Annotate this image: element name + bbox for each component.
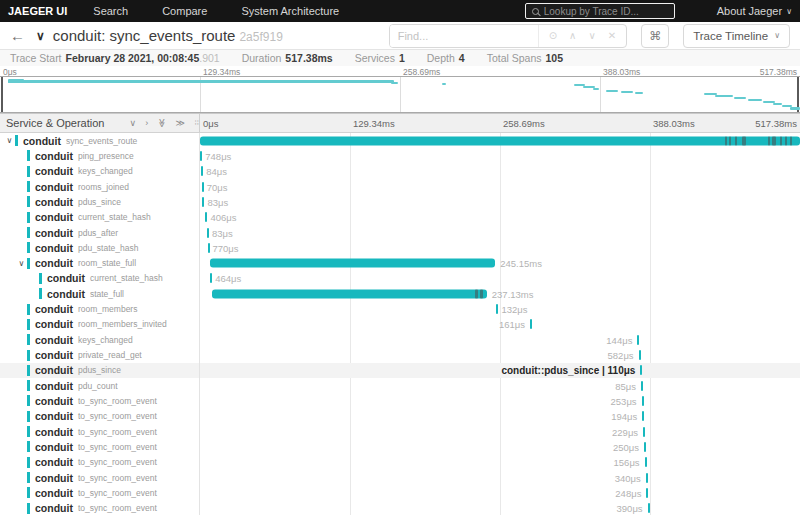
span-row[interactable]: ∨ conduit sync_events_route xyxy=(0,133,800,148)
span-timeline-cell[interactable]: 144μs xyxy=(200,332,800,347)
span-name-cell[interactable]: ∨ conduit to_sync_room_event xyxy=(0,439,200,454)
collapse-all-icon[interactable]: ∨ xyxy=(130,118,137,128)
span-timeline-cell[interactable]: 84μs xyxy=(200,164,800,179)
span-timeline-cell[interactable]: conduit::pdus_since | 110μs xyxy=(200,363,800,378)
span-bar[interactable] xyxy=(645,457,647,467)
span-row[interactable]: ∨ conduit to_sync_room_event 340μs xyxy=(0,470,800,485)
span-row[interactable]: ∨ conduit to_sync_room_event 156μs xyxy=(0,455,800,470)
span-timeline-cell[interactable]: 250μs xyxy=(200,439,800,454)
span-bar[interactable] xyxy=(200,151,202,161)
span-expander-chevron-icon[interactable]: ∨ xyxy=(4,136,15,145)
span-bar[interactable] xyxy=(202,182,204,192)
span-bar[interactable] xyxy=(496,304,498,314)
span-timeline-cell[interactable]: 237.13ms xyxy=(200,286,800,301)
span-name-cell[interactable]: ∨ conduit to_sync_room_event xyxy=(0,409,200,424)
span-bar[interactable] xyxy=(201,166,203,176)
span-name-cell[interactable]: ∨ conduit to_sync_room_event xyxy=(0,455,200,470)
span-timeline-cell[interactable]: 464μs xyxy=(200,271,800,286)
trace-minimap[interactable] xyxy=(0,76,800,113)
chevron-down-icon[interactable]: ∨ xyxy=(588,30,595,41)
span-row[interactable]: ∨ conduit to_sync_room_event 229μs xyxy=(0,424,800,439)
span-row[interactable]: ∨ conduit room_members 132μs xyxy=(0,301,800,316)
span-name-cell[interactable]: ∨ conduit pdus_since xyxy=(0,194,200,209)
span-name-cell[interactable]: ∨ conduit rooms_joined xyxy=(0,179,200,194)
span-bar[interactable] xyxy=(640,365,642,375)
span-name-cell[interactable]: ∨ conduit to_sync_room_event xyxy=(0,485,200,500)
span-bar[interactable] xyxy=(643,427,645,437)
span-row[interactable]: ∨ conduit pdu_state_hash 770μs xyxy=(0,240,800,255)
span-row[interactable]: ∨ conduit to_sync_room_event 248μs xyxy=(0,485,800,500)
match-target-icon[interactable]: ⊙ xyxy=(549,30,557,41)
span-name-cell[interactable]: ∨ conduit room_members_invited xyxy=(0,317,200,332)
trace-id-search[interactable] xyxy=(525,3,675,19)
span-row[interactable]: ∨ conduit state_full 237.13ms xyxy=(0,286,800,301)
span-name-cell[interactable]: ∨ conduit pdus_since xyxy=(0,363,200,378)
span-name-cell[interactable]: ∨ conduit private_read_get xyxy=(0,347,200,362)
span-bar[interactable] xyxy=(202,197,204,207)
span-name-cell[interactable]: ∨ conduit keys_changed xyxy=(0,164,200,179)
span-name-cell[interactable]: ∨ conduit pdus_after xyxy=(0,225,200,240)
span-bar[interactable] xyxy=(530,319,532,329)
app-brand[interactable]: JAEGER UI xyxy=(8,5,67,17)
span-name-cell[interactable]: ∨ conduit state_full xyxy=(0,286,200,301)
span-row[interactable]: ∨ conduit pdus_since 83μs xyxy=(0,194,800,209)
nav-item-search[interactable]: Search xyxy=(93,5,128,17)
span-expander-chevron-icon[interactable]: ∨ xyxy=(16,259,27,268)
span-bar[interactable] xyxy=(207,228,209,238)
span-bar[interactable] xyxy=(208,243,210,253)
span-timeline-cell[interactable]: 245.15ms xyxy=(200,256,800,271)
span-row[interactable]: ∨ conduit private_read_get 582μs xyxy=(0,347,800,362)
span-timeline-cell[interactable]: 770μs xyxy=(200,240,800,255)
span-timeline-cell[interactable]: 229μs xyxy=(200,424,800,439)
span-bar[interactable] xyxy=(637,335,639,345)
collapse-deep-icon[interactable]: ≫ xyxy=(157,118,167,127)
clear-icon[interactable]: ✕ xyxy=(608,30,616,41)
span-row[interactable]: ∨ conduit room_state_full 245.15ms xyxy=(0,256,800,271)
span-timeline-cell[interactable]: 132μs xyxy=(200,301,800,316)
span-name-cell[interactable]: ∨ conduit keys_changed xyxy=(0,332,200,347)
span-timeline-cell[interactable]: 582μs xyxy=(200,347,800,362)
span-name-cell[interactable]: ∨ conduit pdu_state_hash xyxy=(0,240,200,255)
column-resize-grip[interactable]: ⁞⁞ xyxy=(195,118,199,127)
nav-item-system-architecture[interactable]: System Architecture xyxy=(241,5,339,17)
span-timeline-cell[interactable]: 83μs xyxy=(200,194,800,209)
span-timeline-cell[interactable]: 248μs xyxy=(200,485,800,500)
span-row[interactable]: ∨ conduit keys_changed 84μs xyxy=(0,164,800,179)
span-row[interactable]: ∨ conduit to_sync_room_event 253μs xyxy=(0,393,800,408)
span-timeline-cell[interactable]: 70μs xyxy=(200,179,800,194)
span-bar[interactable] xyxy=(646,488,648,498)
expand-all-icon[interactable]: ≫ xyxy=(176,118,185,128)
span-row[interactable]: ∨ conduit to_sync_room_event 250μs xyxy=(0,439,800,454)
span-bar[interactable] xyxy=(642,396,644,406)
span-row[interactable]: ∨ conduit to_sync_room_event 390μs xyxy=(0,501,800,515)
span-row[interactable]: ∨ conduit current_state_hash 406μs xyxy=(0,210,800,225)
back-arrow-icon[interactable]: ← xyxy=(10,27,28,44)
span-name-cell[interactable]: ∨ conduit current_state_hash xyxy=(0,210,200,225)
nav-item-compare[interactable]: Compare xyxy=(162,5,207,17)
span-row[interactable]: ∨ conduit rooms_joined 70μs xyxy=(0,179,800,194)
span-name-cell[interactable]: ∨ conduit ping_presence xyxy=(0,148,200,163)
span-timeline-cell[interactable]: 156μs xyxy=(200,455,800,470)
span-bar[interactable] xyxy=(205,212,207,222)
span-bar[interactable] xyxy=(642,411,644,421)
collapse-trace-chevron-icon[interactable]: ∨ xyxy=(36,29,45,43)
span-timeline-cell[interactable]: 83μs xyxy=(200,225,800,240)
span-timeline-cell[interactable]: 390μs xyxy=(200,501,800,515)
span-timeline-cell[interactable]: 161μs xyxy=(200,317,800,332)
span-bar[interactable] xyxy=(200,136,800,145)
span-name-cell[interactable]: ∨ conduit to_sync_room_event xyxy=(0,470,200,485)
trace-view-selector[interactable]: Trace Timeline ∨ xyxy=(683,24,790,48)
keyboard-shortcuts-button[interactable]: ⌘ xyxy=(641,24,669,48)
span-timeline-cell[interactable]: 406μs xyxy=(200,210,800,225)
find-input[interactable] xyxy=(390,25,538,47)
span-row[interactable]: ∨ conduit pdus_since conduit::pdus_since… xyxy=(0,363,800,378)
span-row[interactable]: ∨ conduit ping_presence 748μs xyxy=(0,148,800,163)
span-name-cell[interactable]: ∨ conduit to_sync_room_event xyxy=(0,424,200,439)
span-bar[interactable] xyxy=(212,289,487,298)
minimap-left-scrub-handle[interactable] xyxy=(1,77,3,112)
span-name-cell[interactable]: ∨ conduit current_state_hash xyxy=(0,271,200,286)
span-row[interactable]: ∨ conduit current_state_hash 464μs xyxy=(0,271,800,286)
span-timeline-cell[interactable]: 85μs xyxy=(200,378,800,393)
chevron-up-icon[interactable]: ∧ xyxy=(569,30,576,41)
span-row[interactable]: ∨ conduit to_sync_room_event 194μs xyxy=(0,409,800,424)
